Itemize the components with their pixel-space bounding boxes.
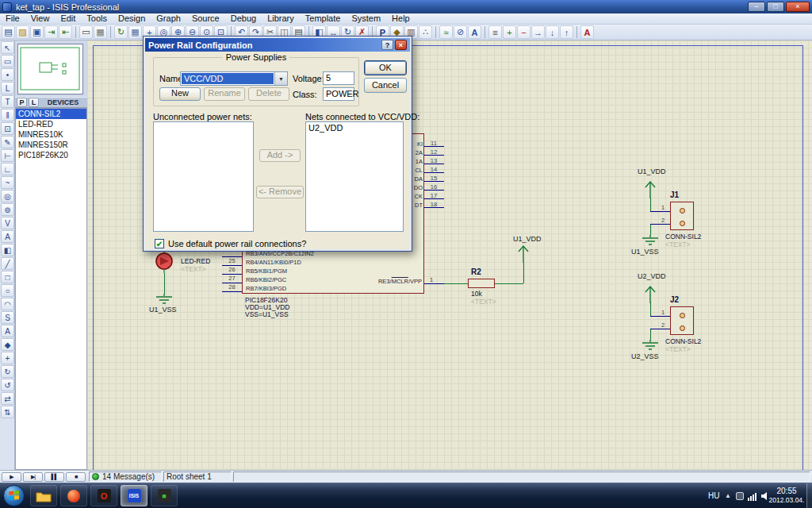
subcircuit-mode-icon[interactable]: ⊡ bbox=[1, 122, 14, 135]
2d-text-mode-icon[interactable]: A bbox=[1, 325, 14, 337]
device-item-conn-sil2[interactable]: CONN-SIL2 bbox=[16, 109, 86, 119]
titlebar[interactable]: ket_tap - ISIS Professional – □ × bbox=[0, 0, 812, 13]
open-design-icon[interactable]: ▨ bbox=[16, 25, 29, 39]
supply-name-combo[interactable]: VCC/VDD ▼ bbox=[180, 71, 288, 86]
wire-label-mode-icon[interactable]: L bbox=[1, 82, 14, 94]
play-button[interactable]: ▶ bbox=[2, 472, 21, 482]
device-item-minres150r[interactable]: MINRES150R bbox=[16, 140, 86, 150]
zoom-to-child-icon[interactable]: ↓ bbox=[546, 25, 559, 39]
connected-nets-list[interactable]: U2_VDD bbox=[305, 121, 404, 232]
menu-edit[interactable]: Edit bbox=[55, 13, 81, 24]
wire-segment[interactable] bbox=[650, 329, 651, 340]
print-icon[interactable]: ▭ bbox=[79, 25, 93, 39]
led-value-label[interactable]: LED-RED bbox=[181, 257, 210, 265]
new-sheet-icon[interactable]: + bbox=[503, 25, 516, 39]
library-manager-button[interactable]: L bbox=[29, 98, 39, 107]
dialog-help-button[interactable]: ? bbox=[381, 40, 393, 50]
export-section-icon[interactable]: ⇤ bbox=[59, 25, 72, 39]
terminal-mode-icon[interactable]: ⊢ bbox=[1, 149, 14, 162]
ground-terminal-icon[interactable] bbox=[642, 340, 659, 351]
taskbar-opera-button[interactable]: O bbox=[90, 485, 117, 506]
rotate-clockwise-icon[interactable]: ↻ bbox=[1, 365, 14, 378]
current-probe-mode-icon[interactable]: A bbox=[1, 230, 14, 243]
device-item-minres10k[interactable]: MINRES10K bbox=[16, 129, 86, 140]
add-net-button[interactable]: Add -> bbox=[259, 149, 301, 162]
wire-segment[interactable] bbox=[650, 198, 651, 211]
wire-segment[interactable] bbox=[650, 302, 651, 316]
wire-segment[interactable] bbox=[444, 283, 468, 284]
menu-library[interactable]: Library bbox=[262, 13, 300, 24]
mirror-y-icon[interactable]: ⇅ bbox=[1, 406, 14, 418]
2d-symbol-mode-icon[interactable]: ◆ bbox=[1, 338, 14, 351]
network-icon[interactable] bbox=[748, 491, 758, 501]
menu-tools[interactable]: Tools bbox=[81, 13, 113, 24]
wire-segment[interactable] bbox=[650, 225, 651, 235]
taskbar-isis-button[interactable]: ISIS bbox=[121, 485, 147, 506]
2d-path-mode-icon[interactable]: S bbox=[1, 311, 14, 324]
close-button[interactable]: × bbox=[786, 2, 810, 12]
menu-system[interactable]: System bbox=[346, 13, 386, 24]
minimize-button[interactable]: – bbox=[748, 2, 765, 12]
resistor-r2[interactable] bbox=[468, 279, 495, 288]
return-to-parent-icon[interactable]: ↑ bbox=[560, 25, 573, 39]
menu-design[interactable]: Design bbox=[113, 13, 151, 24]
hidden-icons-arrow[interactable]: ▲ bbox=[725, 492, 731, 499]
power-net-label[interactable]: U1_VDD bbox=[513, 235, 542, 243]
text-script-mode-icon[interactable]: T bbox=[1, 95, 14, 108]
goto-sheet-icon[interactable]: → bbox=[531, 25, 545, 39]
menu-graph[interactable]: Graph bbox=[151, 13, 186, 24]
component-mode-icon[interactable]: ▭ bbox=[1, 55, 14, 67]
unconnected-nets-list[interactable] bbox=[153, 121, 254, 232]
virtual-instrument-mode-icon[interactable]: ◧ bbox=[1, 244, 14, 256]
connector-ref-label[interactable]: J2 bbox=[670, 295, 679, 304]
taskbar-ares-button[interactable]: ■ bbox=[151, 485, 178, 506]
delete-button[interactable]: Delete bbox=[248, 87, 289, 101]
mirror-x-icon[interactable]: ⇄ bbox=[1, 392, 14, 405]
maximize-button[interactable]: □ bbox=[767, 2, 784, 12]
ground-terminal-icon[interactable] bbox=[642, 235, 659, 246]
property-assignment-icon[interactable]: A bbox=[468, 25, 481, 39]
power-net-label[interactable]: U2_VDD bbox=[638, 272, 666, 280]
wire-segment[interactable] bbox=[523, 263, 524, 283]
menu-source[interactable]: Source bbox=[186, 13, 225, 24]
ground-net-label[interactable]: U2_VSS bbox=[631, 352, 659, 360]
cancel-button[interactable]: Cancel bbox=[364, 78, 407, 93]
netlist-to-ares-icon[interactable]: A bbox=[580, 25, 594, 39]
connector-ref-label[interactable]: J1 bbox=[670, 190, 679, 199]
decompose-icon[interactable]: ∴ bbox=[419, 25, 432, 39]
power-terminal-icon[interactable] bbox=[516, 242, 530, 263]
pause-button[interactable]: ▌▌ bbox=[44, 472, 64, 482]
net-list-item[interactable]: U2_VDD bbox=[306, 122, 403, 133]
2d-marker-mode-icon[interactable]: + bbox=[1, 352, 14, 364]
class-input[interactable]: POWER bbox=[323, 87, 354, 101]
device-item-led-red[interactable]: LED-RED bbox=[16, 119, 86, 129]
voltage-probe-mode-icon[interactable]: V bbox=[1, 217, 14, 229]
menu-debug[interactable]: Debug bbox=[225, 13, 262, 24]
stop-button[interactable]: ■ bbox=[66, 472, 86, 482]
wire-segment[interactable] bbox=[164, 273, 165, 294]
2d-circle-mode-icon[interactable]: ○ bbox=[1, 284, 14, 297]
resistor-value-label[interactable]: 10k bbox=[471, 290, 482, 298]
junction-dot-mode-icon[interactable]: • bbox=[1, 68, 14, 81]
mark-output-area-icon[interactable]: ▦ bbox=[94, 25, 107, 39]
voltage-input[interactable]: 5 bbox=[323, 71, 354, 85]
connector-value-label[interactable]: CONN-SIL2 bbox=[665, 337, 701, 345]
wire-segment[interactable] bbox=[495, 283, 523, 284]
pick-devices-button[interactable]: P bbox=[17, 98, 27, 107]
generator-mode-icon[interactable]: ⊚ bbox=[1, 203, 14, 216]
start-button[interactable] bbox=[3, 485, 25, 506]
toggle-grid-icon[interactable]: ▦ bbox=[128, 25, 142, 39]
graph-mode-icon[interactable]: ~ bbox=[1, 176, 14, 189]
search-tag-icon[interactable]: ⊘ bbox=[454, 25, 467, 39]
rotate-anticlockwise-icon[interactable]: ↺ bbox=[1, 379, 14, 391]
save-design-icon[interactable]: ▣ bbox=[30, 25, 44, 39]
device-pin-mode-icon[interactable]: ∟ bbox=[1, 163, 14, 175]
new-button[interactable]: New bbox=[159, 87, 201, 101]
ground-net-label[interactable]: U1_VSS bbox=[149, 306, 177, 314]
resistor-ref-label[interactable]: R2 bbox=[471, 267, 481, 276]
2d-arc-mode-icon[interactable]: ◠ bbox=[1, 298, 14, 310]
ground-terminal-icon[interactable] bbox=[155, 294, 173, 305]
step-button[interactable]: ▶| bbox=[23, 472, 43, 482]
menu-view[interactable]: View bbox=[25, 13, 56, 24]
menu-file[interactable]: File bbox=[0, 13, 25, 24]
